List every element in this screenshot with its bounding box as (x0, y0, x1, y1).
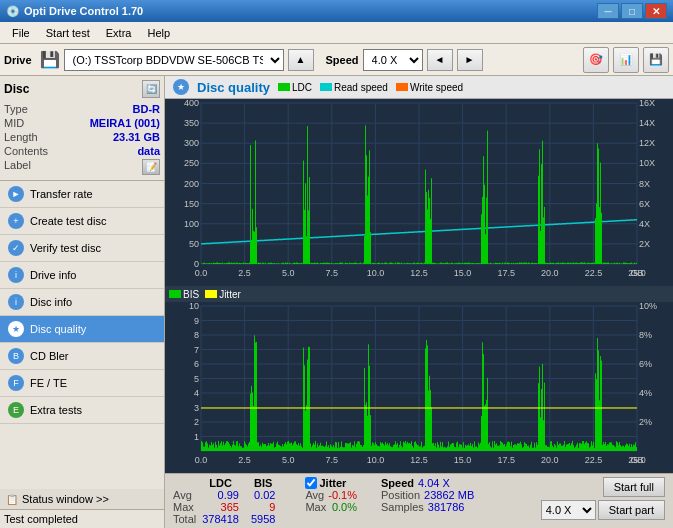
test-completed-section: Test completed (0, 510, 164, 528)
read-speed-legend-label: Read speed (334, 82, 388, 93)
disc-refresh-button[interactable]: 🔄 (142, 80, 160, 98)
speed-position-section: Speed 4.04 X Position 23862 MB Samples 3… (381, 477, 474, 513)
jitter-checkbox[interactable] (305, 477, 317, 489)
create-test-disc-icon: + (8, 213, 24, 229)
start-full-button[interactable]: Start full (603, 477, 665, 497)
fe-te-icon: F (8, 375, 24, 391)
jitter-avg-label: Avg (305, 489, 324, 501)
jitter-legend-label: Jitter (219, 289, 241, 300)
drive-select[interactable]: (O:) TSSTcorp BDDVDW SE-506CB TS02 (64, 49, 284, 71)
ldc-bis-table: LDC BIS Avg 0.99 0.02 Max 365 9 Total 37… (173, 477, 281, 525)
sidebar-item-transfer-rate[interactable]: ► Transfer rate (0, 181, 164, 208)
length-value: 23.31 GB (113, 131, 160, 143)
avg-label: Avg (173, 489, 196, 501)
drive-eject-button[interactable]: ▲ (288, 49, 314, 71)
app-icon: 💿 (6, 5, 20, 18)
contents-value: data (137, 145, 160, 157)
icon-btn-3[interactable]: 💾 (643, 47, 669, 73)
jitter-legend-box (205, 290, 217, 298)
title-bar: 💿 Opti Drive Control 1.70 ─ □ ✕ (0, 0, 673, 22)
upper-chart-container (165, 99, 673, 286)
extra-tests-icon: E (8, 402, 24, 418)
jitter-max-label: Max (305, 501, 326, 513)
position-value: 23862 MB (424, 489, 474, 501)
type-value: BD-R (133, 103, 161, 115)
jitter-max: 0.0% (332, 501, 357, 513)
max-label: Max (173, 501, 196, 513)
disc-section-title: Disc (4, 82, 29, 96)
speed-select[interactable]: 4.0 X (363, 49, 423, 71)
jitter-header: Jitter (319, 477, 346, 489)
chart-title: Disc quality (197, 80, 270, 95)
ldc-max: 365 (196, 501, 245, 513)
menu-extra[interactable]: Extra (98, 25, 140, 41)
label-button[interactable]: 📝 (142, 159, 160, 175)
sidebar-item-disc-quality[interactable]: ★ Disc quality (0, 316, 164, 343)
bis-max: 9 (245, 501, 281, 513)
total-label: Total (173, 513, 196, 525)
chart-header: ★ Disc quality LDC Read speed Write spee… (165, 76, 673, 99)
lower-chart-container: BIS Jitter (165, 286, 673, 473)
bis-avg: 0.02 (245, 489, 281, 501)
stats-bar: LDC BIS Avg 0.99 0.02 Max 365 9 Total 37… (165, 473, 673, 528)
type-label: Type (4, 103, 28, 115)
mid-label: MID (4, 117, 24, 129)
transfer-rate-icon: ► (8, 186, 24, 202)
drive-info-icon: i (8, 267, 24, 283)
write-speed-legend-box (396, 83, 408, 91)
speed-label: Speed (326, 54, 359, 66)
sidebar-item-extra-tests[interactable]: E Extra tests (0, 397, 164, 424)
speed-left-button[interactable]: ◄ (427, 49, 453, 71)
menu-start-test[interactable]: Start test (38, 25, 98, 41)
bis-legend-box (169, 290, 181, 298)
bis-header: BIS (245, 477, 281, 489)
menu-bar: File Start test Extra Help (0, 22, 673, 44)
close-button[interactable]: ✕ (645, 3, 667, 19)
start-part-button[interactable]: Start part (598, 500, 665, 520)
sidebar-item-drive-info[interactable]: i Drive info (0, 262, 164, 289)
status-window-icon: 📋 (6, 494, 18, 505)
action-buttons: Start full 4.0 X Start part (541, 477, 665, 520)
icon-btn-2[interactable]: 📊 (613, 47, 639, 73)
disc-quality-icon: ★ (8, 321, 24, 337)
upper-chart-canvas (165, 99, 673, 286)
menu-file[interactable]: File (4, 25, 38, 41)
sidebar-item-disc-info[interactable]: i Disc info (0, 289, 164, 316)
drive-icon: 💾 (40, 50, 60, 69)
label-label: Label (4, 159, 31, 175)
ldc-header: LDC (196, 477, 245, 489)
speed-right-button[interactable]: ► (457, 49, 483, 71)
sidebar-item-verify-test-disc[interactable]: ✓ Verify test disc (0, 235, 164, 262)
disc-info-icon: i (8, 294, 24, 310)
ldc-total: 378418 (196, 513, 245, 525)
minimize-button[interactable]: ─ (597, 3, 619, 19)
samples-label: Samples (381, 501, 424, 513)
jitter-section: Jitter Avg -0.1% Max 0.0% (305, 477, 357, 513)
drive-label: Drive (4, 54, 32, 66)
sidebar-item-create-test-disc[interactable]: + Create test disc (0, 208, 164, 235)
mid-value: MEIRA1 (001) (90, 117, 160, 129)
ldc-avg: 0.99 (196, 489, 245, 501)
drive-bar: Drive 💾 (O:) TSSTcorp BDDVDW SE-506CB TS… (0, 44, 673, 76)
sidebar-item-fe-te[interactable]: F FE / TE (0, 370, 164, 397)
speed-value: 4.04 X (418, 477, 450, 489)
read-speed-legend-box (320, 83, 332, 91)
chart-icon: ★ (173, 79, 189, 95)
status-window-button[interactable]: 📋 Status window >> (0, 489, 164, 510)
speed-header: Speed (381, 477, 414, 489)
sidebar-item-cd-bler[interactable]: B CD Bler (0, 343, 164, 370)
samples-value: 381786 (428, 501, 465, 513)
sidebar: Disc 🔄 Type BD-R MID MEIRA1 (001) Length… (0, 76, 165, 528)
contents-label: Contents (4, 145, 48, 157)
maximize-button[interactable]: □ (621, 3, 643, 19)
disc-section: Disc 🔄 Type BD-R MID MEIRA1 (001) Length… (0, 76, 164, 181)
ldc-legend-box (278, 83, 290, 91)
jitter-avg: -0.1% (328, 489, 357, 501)
bis-legend-label: BIS (183, 289, 199, 300)
ldc-legend-label: LDC (292, 82, 312, 93)
write-speed-legend-label: Write speed (410, 82, 463, 93)
menu-help[interactable]: Help (139, 25, 178, 41)
icon-btn-1[interactable]: 🎯 (583, 47, 609, 73)
speed-dropdown[interactable]: 4.0 X (541, 500, 596, 520)
cd-bler-icon: B (8, 348, 24, 364)
